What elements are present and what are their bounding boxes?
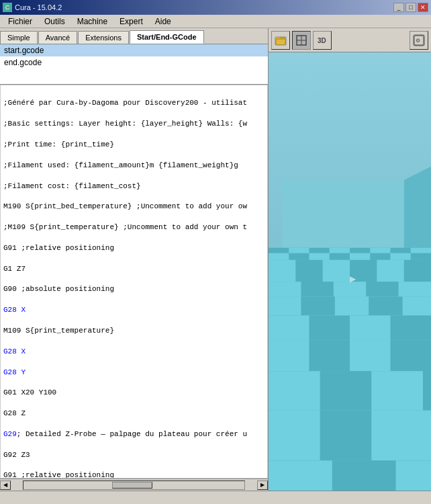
gcode-line-3: ;Filament used: {filament_amount}m {fila… bbox=[3, 161, 265, 171]
svg-rect-53 bbox=[269, 460, 332, 491]
svg-rect-51 bbox=[320, 411, 372, 461]
svg-rect-36 bbox=[334, 282, 366, 296]
gcode-line-7: G91 ;relative positioning bbox=[3, 243, 265, 253]
menu-machine[interactable]: Machine bbox=[72, 15, 113, 28]
svg-rect-24 bbox=[370, 253, 390, 260]
svg-text:3D: 3D bbox=[318, 37, 326, 44]
list-item-start[interactable]: start.gcode bbox=[0, 44, 268, 56]
svg-rect-39 bbox=[301, 296, 334, 315]
svg-rect-37 bbox=[399, 282, 431, 296]
svg-rect-46 bbox=[391, 340, 432, 371]
gcode-line-13: G28 Y bbox=[3, 368, 265, 378]
menu-aide[interactable]: Aide bbox=[150, 15, 177, 28]
svg-rect-23 bbox=[330, 253, 350, 260]
status-bar bbox=[0, 491, 431, 504]
right-panel: 3D ⚙ bbox=[269, 28, 431, 491]
svg-rect-25 bbox=[411, 253, 431, 260]
menu-outils[interactable]: Outils bbox=[39, 15, 70, 28]
svg-rect-33 bbox=[404, 269, 431, 282]
title-bar-controls: _ □ ✕ bbox=[393, 3, 428, 12]
svg-rect-20 bbox=[411, 248, 431, 253]
svg-rect-49 bbox=[371, 371, 423, 410]
gcode-line-6: ;M109 S{print_temperature} ;Uncomment to… bbox=[3, 222, 265, 233]
svg-rect-43 bbox=[350, 316, 391, 340]
gcode-line-4: ;Filament cost: {filament_cost} bbox=[3, 181, 265, 192]
svg-rect-22 bbox=[289, 253, 309, 260]
svg-rect-45 bbox=[309, 340, 350, 371]
gcode-line-9: G90 ;absolute positioning bbox=[3, 284, 265, 294]
title-bar: C Cura - 15.04.2 _ □ ✕ bbox=[0, 0, 431, 15]
tab-start-end-gcode[interactable]: Start/End-GCode bbox=[130, 30, 204, 44]
list-item-end[interactable]: end.gcode bbox=[0, 56, 268, 69]
menu-bar: Fichier Outils Machine Expert Aide bbox=[0, 15, 431, 28]
svg-rect-42 bbox=[269, 316, 309, 340]
title-bar-left: C Cura - 15.04.2 bbox=[3, 3, 62, 12]
svg-rect-2 bbox=[277, 40, 285, 44]
svg-text:▶: ▶ bbox=[350, 274, 356, 284]
gcode-line-8: G1 Z7 bbox=[3, 264, 265, 274]
scroll-right-button[interactable]: ▶ bbox=[257, 480, 268, 490]
svg-rect-48 bbox=[269, 371, 320, 410]
tab-extensions[interactable]: Extensions bbox=[78, 31, 129, 44]
3d-scene-svg: ▶ bbox=[269, 52, 431, 491]
gcode-line-12: G28 X bbox=[3, 347, 265, 357]
gcode-line-5: M190 S{print_bed_temperature} ;Uncomment… bbox=[3, 202, 265, 212]
gcode-line-1: ;Basic settings: Layer height: {layer_he… bbox=[3, 119, 265, 129]
gcode-line-16: G29; Detailed Z-Probe — palpage du plate… bbox=[3, 429, 265, 439]
menu-fichier[interactable]: Fichier bbox=[3, 15, 38, 28]
tab-avance[interactable]: Avancé bbox=[38, 31, 78, 44]
window-title: Cura - 15.04.2 bbox=[15, 3, 62, 11]
view-3d-button[interactable]: 3D bbox=[313, 31, 332, 50]
open-folder-icon bbox=[275, 34, 287, 46]
main-area: Simple Avancé Extensions Start/End-GCode… bbox=[0, 28, 431, 491]
view2d-icon bbox=[295, 34, 307, 46]
gcode-editor[interactable]: ;Généré par Cura-by-Dagoma pour Discover… bbox=[0, 85, 268, 478]
app-icon: C bbox=[3, 3, 12, 12]
settings-button[interactable]: ⚙ bbox=[410, 31, 428, 50]
horizontal-scrollbar[interactable]: ◀ ▶ bbox=[0, 478, 268, 491]
tab-simple[interactable]: Simple bbox=[0, 31, 38, 44]
3d-canvas[interactable]: ▶ bbox=[269, 52, 431, 491]
svg-rect-27 bbox=[269, 260, 295, 269]
maximize-button[interactable]: □ bbox=[405, 3, 416, 12]
view-2d-button[interactable] bbox=[292, 31, 311, 50]
svg-marker-15 bbox=[282, 180, 404, 248]
gcode-line-2: ;Print time: {print_time} bbox=[3, 140, 265, 150]
gcode-file-list[interactable]: start.gcode end.gcode bbox=[0, 44, 268, 85]
svg-text:⚙: ⚙ bbox=[416, 38, 420, 44]
gcode-line-10: G28 X bbox=[3, 305, 265, 315]
svg-rect-29 bbox=[377, 260, 403, 269]
svg-rect-17 bbox=[289, 248, 309, 253]
svg-rect-19 bbox=[370, 248, 390, 253]
gcode-line-0: ;Généré par Cura-by-Dagoma pour Discover… bbox=[3, 98, 265, 108]
svg-rect-1 bbox=[275, 37, 280, 39]
svg-rect-40 bbox=[369, 296, 402, 315]
settings-icon: ⚙ bbox=[412, 34, 426, 47]
gcode-line-17: G92 Z3 bbox=[3, 450, 265, 460]
gcode-line-14: G01 X20 Y100 bbox=[3, 388, 265, 398]
svg-rect-54 bbox=[396, 460, 431, 491]
svg-rect-31 bbox=[295, 269, 322, 282]
view-toolbar: 3D ⚙ bbox=[269, 28, 431, 52]
svg-rect-38 bbox=[269, 296, 431, 315]
svg-rect-35 bbox=[269, 282, 301, 296]
scroll-track[interactable] bbox=[23, 480, 245, 490]
tab-bar: Simple Avancé Extensions Start/End-GCode bbox=[0, 28, 268, 44]
scroll-left-button[interactable]: ◀ bbox=[0, 480, 11, 490]
svg-rect-28 bbox=[323, 260, 350, 269]
gcode-line-18: G91 ;relative positioning bbox=[3, 470, 265, 478]
minimize-button[interactable]: _ bbox=[393, 3, 404, 12]
view-toolbar-left: 3D bbox=[271, 31, 332, 50]
left-panel: Simple Avancé Extensions Start/End-GCode… bbox=[0, 28, 269, 491]
close-button[interactable]: ✕ bbox=[418, 3, 428, 12]
gcode-line-15: G28 Z bbox=[3, 409, 265, 419]
load-model-button[interactable] bbox=[271, 31, 290, 50]
view3d-icon: 3D bbox=[316, 34, 328, 46]
svg-rect-18 bbox=[330, 248, 350, 253]
scroll-thumb[interactable] bbox=[112, 482, 152, 489]
gcode-line-11: M109 S{print_temperature} bbox=[3, 326, 265, 336]
menu-expert[interactable]: Expert bbox=[114, 15, 148, 28]
